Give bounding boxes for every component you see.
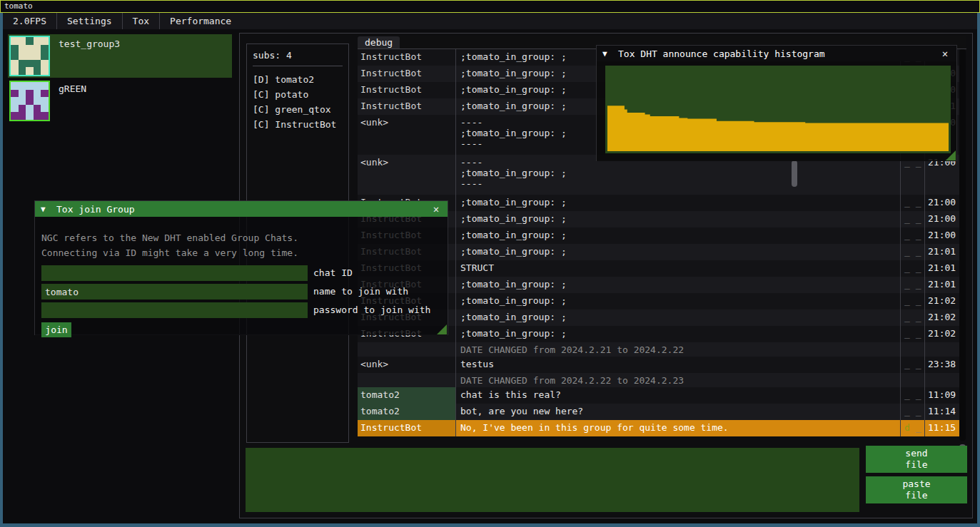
menu-item-performance[interactable]: Performance [160,13,241,29]
avatar-pixel [34,37,41,45]
resize-grip[interactable] [946,150,956,160]
collapse-arrow-icon[interactable]: ▼ [602,49,618,58]
status-mark-2: _ [910,246,921,257]
chat-row[interactable]: tomato2chat is this real?_ _11:09 [358,387,959,404]
avatar-pixel [19,60,26,68]
avatar-pixel [19,97,26,105]
avatar-pixel [11,52,19,60]
status-mark-2: _ [910,230,921,240]
histogram-titlebar[interactable]: ▼ Tox DHT announce capability histogram … [597,46,956,61]
join-password-field[interactable] [41,302,308,318]
chat-id-field-label: chat ID [313,265,353,281]
join-name-field[interactable] [41,284,308,300]
avatar-pixel [11,82,19,90]
message-text: No, I've been in this group for quite so… [456,420,900,436]
avatar-pixel [26,37,34,45]
sender-name: <unk> [358,155,456,195]
sender-name: InstructBot [358,49,456,66]
status-mark-1: _ [904,197,910,208]
chat-row[interactable]: InstructBotNo, I've been in this group f… [358,420,959,436]
menu-item-settings[interactable]: Settings [57,13,122,29]
send-file-label-2: file [905,459,927,471]
tab-debug[interactable]: debug [358,36,400,48]
avatar-pixel [41,52,49,60]
status-mark-2: _ [910,422,921,433]
avatar-pixel [26,82,34,90]
avatar-pixel [41,60,49,68]
avatar-pixel [26,67,34,75]
message-text: ;tomato_in_group: ; [456,227,900,244]
sender-name: InstructBot [358,420,456,436]
avatar-pixel [34,112,41,120]
sender-name [358,373,456,387]
status-mark-2: _ [910,295,921,306]
message-text: ;tomato_in_group: ; [456,277,900,293]
avatar-pixel [11,37,19,45]
chat-scrollbar[interactable] [959,49,966,441]
histogram-title: Tox DHT announce capability histogram [618,48,939,59]
avatar-pixel [34,52,41,60]
window-edge-bottom [0,523,980,527]
group-name: test_group3 [59,39,120,49]
status-mark-1: _ [904,246,910,257]
join-button[interactable]: join [41,322,71,337]
avatar-pixel [41,82,49,90]
close-icon[interactable]: ✕ [939,48,951,59]
timestamp [924,342,959,357]
member-list: [D] tomato2[C] potato[C] green_qtox[C] I… [253,72,343,132]
paste-file-label-1: paste [902,479,930,490]
message-scrollbar-handle[interactable] [792,160,797,187]
avatar-pixel [11,105,19,113]
join-group-window: ▼ Tox join Group ✕ NGC refers to the New… [34,200,448,335]
sender-name: InstructBot [358,98,456,115]
status-marks: _ _ [900,326,924,342]
member-item-potato[interactable]: [C] potato [253,87,343,102]
menu-item-tox[interactable]: Tox [123,13,159,29]
join-group-titlebar[interactable]: ▼ Tox join Group ✕ [35,201,448,217]
avatar-pixel [19,112,26,120]
histogram-svg [605,66,951,153]
avatar-pixel [26,52,34,60]
join-group-title: Tox join Group [56,204,430,215]
timestamp: 11:09 [924,387,959,404]
timestamp [924,373,959,387]
date-row[interactable]: DATE CHANGED from 2024.2.21 to 2024.2.22 [358,342,959,357]
avatar-pixel [41,45,49,53]
timestamp: 21:02 [924,309,959,326]
member-item-tomato2[interactable]: [D] tomato2 [253,72,343,87]
window-edge-right [977,13,980,524]
members-separator [253,66,343,66]
member-item-green_qtox[interactable]: [C] green_qtox [253,102,343,117]
collapse-arrow-icon[interactable]: ▼ [41,205,56,214]
group-row-gREEN[interactable]: gREEN [8,79,232,123]
avatar-pixel [34,97,41,105]
status-mark-1: _ [904,328,910,339]
resize-grip[interactable] [437,324,447,334]
message-text: testus [456,357,900,373]
chat-row[interactable]: <unk>testus_ _23:38 [358,357,959,373]
status-mark-1: _ [904,295,910,306]
histogram-window: ▼ Tox DHT announce capability histogram … [596,45,957,161]
status-mark-1: _ [904,406,910,416]
status-mark-1: _ [904,230,910,240]
date-row[interactable]: DATE CHANGED from 2024.2.22 to 2024.2.23 [358,373,959,387]
status-mark-1: _ [904,389,910,400]
member-item-InstructBot[interactable]: [C] InstructBot [253,117,343,132]
chat-id-field[interactable] [41,265,308,281]
avatar-pixel [19,45,26,53]
close-icon[interactable]: ✕ [430,203,442,215]
status-marks: _ _ [900,387,924,404]
timestamp: 21:01 [924,277,959,293]
avatar-pixel [34,45,41,53]
avatar-pixel [26,105,34,113]
status-mark-1: _ [904,312,910,322]
timestamp: 11:14 [924,404,959,420]
send-file-button[interactable]: send file [866,446,967,473]
chat-input[interactable] [246,448,859,512]
group-row-test_group3[interactable]: test_group3 [8,34,232,78]
chat-row[interactable]: tomato2bot, are you new here?_ _11:14 [358,404,959,420]
timestamp: 21:00 [924,227,959,244]
paste-file-button[interactable]: paste file [866,476,967,503]
os-titlebar[interactable]: tomato [0,0,980,13]
avatar-pixel [34,82,41,90]
